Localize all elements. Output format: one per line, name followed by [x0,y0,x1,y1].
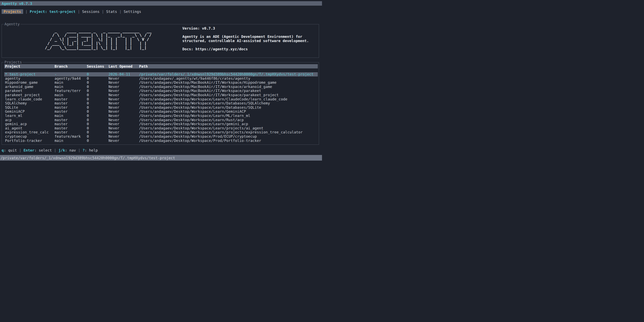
cell-last-opened: Never [108,93,119,97]
cell-branch: - [54,72,57,76]
nav-separator: | [23,10,30,14]
cell-path: /private/var/folders/_1/xdnwsnl929d389bh… [139,72,314,76]
cell-path: /Users/andagaev/Desktop/Workspace/Learn/… [139,114,250,118]
table-row[interactable]: SQLitemaster0Never/Users/andagaev/Deskto… [4,106,318,110]
cell-branch: agentty/9a44 [54,76,81,81]
app-title: Agentty v0.7.3 [0,2,32,6]
table-row-selected[interactable]: * test-project-02026-04-11/private/var/f… [4,72,318,76]
table-row[interactable]: learn_claude_codemaster0Never/Users/anda… [4,97,318,102]
cell-project: Hippodrome_game [5,80,38,85]
cell-last-opened: Never [108,114,119,118]
cell-project: arkanoid_game [5,85,34,89]
hero-box-label: Agentty [4,22,20,26]
table-row[interactable]: Hippodrome_gamemain0Never/Users/andagaev… [4,80,318,85]
cell-last-opened: Never [108,97,119,102]
cell-last-opened: Never [108,76,119,81]
table-row[interactable]: SQLAlchemymaster0Never/Users/andagaev/De… [4,101,318,106]
table-row[interactable]: expression_tree_calcmaster0Never/Users/a… [4,130,318,134]
cell-path: /Users/andagaev/Desktop/Workspace/Prod/E… [139,134,257,139]
cell-last-opened: Never [108,134,119,139]
cell-project: expression_tree_calc [5,130,49,134]
column-header-sessions: Sessions [87,64,104,68]
cell-project: ai_agent [5,126,22,130]
cell-sessions: 0 [87,122,89,126]
cell-project: parakeet [5,89,22,93]
tab-settings[interactable]: Settings [124,9,141,14]
cell-branch: main [54,93,63,97]
cell-sessions: 0 [87,85,89,89]
footer-separator: | [52,148,58,152]
hint-key: q [2,148,4,152]
table-row[interactable]: acpmaster0Never/Users/andagaev/Desktop/W… [4,118,318,122]
cell-sessions: 0 [87,93,89,97]
hint-key: j/k [58,148,65,152]
tab-stats[interactable]: Stats [106,9,117,14]
table-header-row: Project Branch Sessions Last Opened Path [4,64,318,68]
cell-path: /Users/andagaev/Desktop/Workspace/Learn/… [139,101,270,106]
column-header-branch: Branch [54,64,68,68]
cell-project: agentty [5,76,20,81]
cell-project: acp [5,118,12,122]
table-row[interactable]: ai_agentmaster0Never/Users/andagaev/Desk… [4,126,318,130]
table-row[interactable]: arkanoid_gamemain0Never/Users/andagaev/D… [4,85,318,89]
keybinding-footer: q: quit|Enter: select|j/k: nav|?: help [2,148,98,152]
cell-branch: master [54,101,68,106]
hint-label: : nav [65,148,76,152]
cell-last-opened: Never [108,101,119,106]
table-row[interactable]: GeminiACPmaster0Never/Users/andagaev/Des… [4,110,318,114]
cell-sessions: 0 [87,134,89,139]
table-row[interactable]: agenttyagentty/9a440Never/Users/andagaev… [4,76,318,81]
cell-project: SQLite [5,106,18,110]
cell-path: /Users/andagaev/Desktop/MacBookAir/IT/Wo… [139,85,272,89]
cell-last-opened: Never [108,118,119,122]
cell-branch: master [54,126,68,130]
table-row[interactable]: parakeet_projectmain0Never/Users/andagae… [4,93,318,97]
cell-path: /Users/andagaev/Desktop/MacBookAir/IT/Wo… [139,89,261,93]
footer-separator: | [76,148,82,152]
table-row[interactable]: learn_mlmain0Never/Users/andagaev/Deskto… [4,114,318,118]
cell-project: Portfolio-tracker [5,139,42,143]
cell-branch: master [54,97,68,102]
cell-sessions: 0 [87,130,89,134]
nav-separator: | [100,10,106,14]
cell-branch: master [54,118,68,122]
cell-branch: master [54,130,68,134]
tab-sessions[interactable]: Sessions [82,9,100,14]
table-row[interactable]: cryptoecupfeature/mark0Never/Users/andag… [4,134,318,139]
cell-sessions: 0 [87,106,89,110]
app-title-bar: Agentty v0.7.3 [0,1,322,6]
hint-label: : quit [4,148,17,152]
column-header-path: Path [139,64,148,68]
column-header-project: Project [5,64,20,68]
cell-last-opened: Never [108,89,119,93]
cell-last-opened: Never [108,85,119,89]
hint-label: : help [85,148,98,152]
cell-sessions: 0 [87,139,89,143]
cell-branch: main [54,139,63,143]
cell-last-opened: Never [108,122,119,126]
tab-projects[interactable]: Projects [2,9,23,14]
cell-branch: main [54,80,63,85]
nav-separator: | [117,10,124,14]
cell-last-opened: Never [108,110,119,114]
cell-project: parakeet_project [5,93,40,97]
status-bar-path: /private/var/folders/_1/xdnwsnl929d389bh… [0,156,175,160]
cell-project: learn_claude_code [5,97,42,102]
cell-sessions: 0 [87,72,89,76]
cell-path: /Users/andagaev/.agentty/wt/9a446f86/cra… [139,76,250,81]
table-row[interactable]: parakeetfeature/terr0Never/Users/andagae… [4,89,318,93]
cell-sessions: 0 [87,76,89,81]
table-row[interactable]: Portfolio-trackermain0Never/Users/andaga… [4,139,318,143]
cell-sessions: 0 [87,80,89,85]
cell-sessions: 0 [87,110,89,114]
cell-last-opened: Never [108,80,119,85]
table-row[interactable]: gemini_acpmaster0Never/Users/andagaev/De… [4,122,318,126]
agentty-hero-box: Agentty _ ____ _____ _ _ _____ _______ _… [2,24,319,58]
cell-sessions: 0 [87,126,89,130]
cell-project: * test-project [5,72,36,76]
version-info-text: Version: v0.7.3 Agentty is an ADE (Agent… [182,26,309,51]
agentty-ascii-logo: _ ____ _____ _ _ _____ _______ __ / \ / … [45,29,152,50]
hint-key: Enter [24,148,34,152]
tab-project-test-project[interactable]: Project: test-project [30,9,76,14]
cell-sessions: 0 [87,89,89,93]
